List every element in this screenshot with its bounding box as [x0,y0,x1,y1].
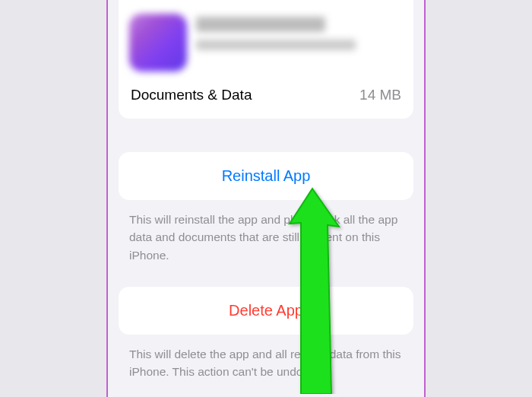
app-subtitle-blurred [196,40,356,50]
app-header [129,14,403,71]
app-info-text [196,14,403,50]
delete-hint: This will delete the app and all related… [129,345,403,381]
app-name-blurred [196,17,325,32]
documents-value: 14 MB [359,87,401,103]
reinstall-card[interactable]: Reinstall App [119,152,413,200]
app-info-card: Documents & Data 14 MB [119,0,413,119]
delete-app-button[interactable]: Delete App [229,302,303,319]
reinstall-hint: This will reinstall the app and place ba… [129,211,403,264]
reinstall-app-button[interactable]: Reinstall App [222,167,311,185]
phone-content: Documents & Data 14 MB Reinstall App Thi… [106,0,426,397]
documents-data-row: Documents & Data 14 MB [129,84,403,108]
app-icon [129,14,187,71]
delete-card[interactable]: Delete App [119,287,413,335]
documents-label: Documents & Data [131,87,252,103]
